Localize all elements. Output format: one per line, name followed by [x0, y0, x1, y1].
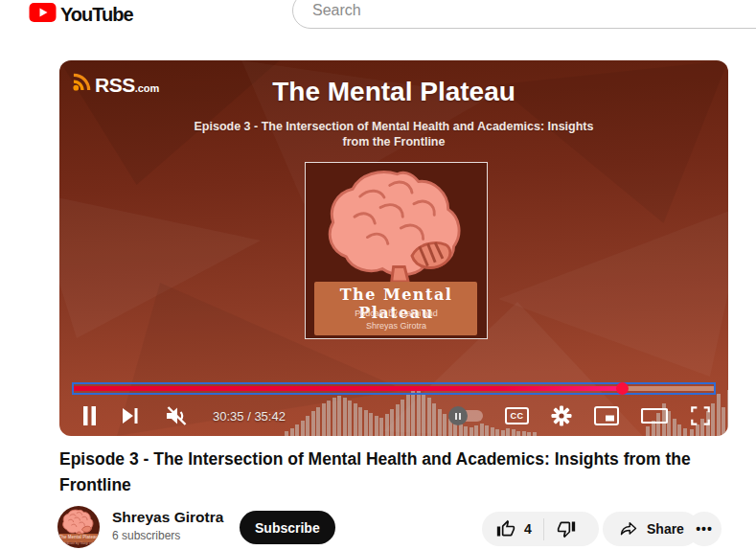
podcast-title: The Mental Plateau [59, 77, 728, 107]
cc-icon: CC [505, 407, 529, 424]
miniplayer-button[interactable] [594, 406, 619, 425]
share-label: Share [647, 521, 684, 537]
more-actions-button[interactable]: ••• [687, 512, 722, 546]
settings-button[interactable] [551, 405, 572, 426]
subscribe-button[interactable]: Subscribe [240, 511, 335, 544]
autoplay-toggle[interactable] [450, 410, 483, 422]
fullscreen-button[interactable] [690, 405, 711, 426]
share-button[interactable]: Share [603, 512, 699, 546]
episode-subtitle-line2: from the Frontline [59, 134, 728, 149]
player-controls: 30:35 / 35:42 CC [59, 397, 728, 435]
share-arrow-icon [618, 519, 639, 539]
cover-byline-line1: Podcast by Gargi and [306, 309, 487, 318]
youtube-logo-text: YouTube [60, 4, 133, 26]
video-title: Episode 3 - The Intersection of Mental H… [59, 447, 736, 498]
youtube-play-icon [29, 3, 57, 26]
youtube-watch-page: YouTube RSS .com The Mental Plateau Epis… [0, 0, 756, 550]
progress-track [74, 386, 714, 391]
theater-mode-button[interactable] [641, 407, 668, 424]
autoplay-toggle-knob [448, 406, 468, 425]
like-count: 4 [524, 521, 532, 537]
like-dislike-pill: 4 [482, 512, 599, 546]
theater-icon [641, 407, 668, 424]
mute-icon[interactable] [165, 405, 188, 426]
fullscreen-icon [690, 405, 711, 426]
lowpoly-decoration [498, 204, 728, 377]
episode-subtitle: Episode 3 - The Intersection of Mental H… [59, 119, 728, 149]
top-bar: YouTube [0, 0, 756, 54]
pause-button[interactable] [82, 406, 97, 425]
subscriber-count: 6 subscribers [112, 529, 180, 542]
podcast-cover-art: The Mental Plateau Podcast by Gargi and … [305, 162, 488, 339]
search-input[interactable] [292, 0, 756, 29]
channel-avatar[interactable]: The Mental Plateau Podcast by Gargi and [57, 506, 100, 548]
next-button[interactable] [122, 407, 140, 424]
cover-byline-line2: Shreyas Girotra [306, 321, 487, 331]
channel-name[interactable]: Shreyas Girotra [112, 509, 223, 526]
progress-played [74, 386, 622, 391]
brain-illustration [323, 167, 471, 287]
captions-button[interactable]: CC [505, 407, 529, 424]
avatar-byline-text: Podcast by Gargi and [57, 541, 100, 545]
like-button[interactable]: 4 [482, 519, 532, 539]
avatar-title-text: The Mental Plateau [57, 535, 100, 539]
video-player[interactable]: RSS .com The Mental Plateau Episode 3 - … [59, 60, 728, 436]
thumbs-up-icon [496, 519, 515, 539]
lowpoly-decoration [59, 175, 261, 338]
thumbs-down-icon [557, 519, 576, 539]
miniplayer-icon [594, 406, 619, 425]
video-meta-row: The Mental Plateau Podcast by Gargi and … [0, 504, 756, 550]
dislike-button[interactable] [544, 519, 591, 539]
gear-icon [551, 405, 572, 426]
youtube-logo[interactable]: YouTube [29, 3, 133, 26]
progress-scrubber[interactable] [616, 382, 629, 395]
progress-bar[interactable] [72, 382, 716, 395]
episode-subtitle-line1: Episode 3 - The Intersection of Mental H… [59, 119, 728, 134]
time-display: 30:35 / 35:42 [213, 409, 286, 424]
